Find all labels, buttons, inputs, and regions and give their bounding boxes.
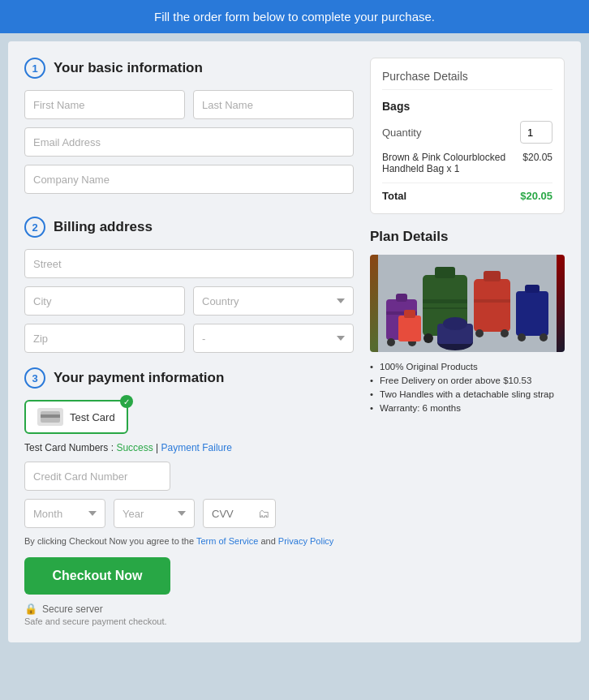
plan-bullets: 100% Original ProductsFree Delivery on o…: [370, 362, 565, 413]
qty-input[interactable]: [520, 121, 552, 144]
company-input[interactable]: [24, 165, 354, 194]
card-details-row: Month 010203 040506 070809 101112 Year 2…: [24, 499, 354, 528]
total-price: $20.05: [520, 190, 552, 202]
plan-bullet: Free Delivery on order above $10.53: [370, 376, 565, 385]
step1-circle: 1: [24, 58, 45, 79]
step2-circle: 2: [24, 217, 45, 238]
last-name-input[interactable]: [193, 90, 354, 119]
step3-title: Your payment information: [54, 370, 224, 386]
svg-point-10: [423, 333, 433, 343]
svg-point-20: [540, 333, 548, 341]
safe-text: Safe and secure payment checkout.: [24, 616, 354, 626]
state-select[interactable]: -: [193, 324, 354, 353]
purchase-box: Purchase Details Bags Quantity Brown & P…: [370, 58, 565, 214]
item-price: $20.05: [522, 152, 552, 174]
card-label: Test Card: [70, 411, 115, 423]
total-row: Total $20.05: [382, 183, 552, 202]
secure-label: Secure server: [42, 603, 103, 615]
step3-header: 3 Your payment information: [24, 367, 354, 389]
plan-bullet: Warranty: 6 months: [370, 403, 565, 413]
street-input[interactable]: [24, 249, 354, 278]
svg-rect-21: [398, 316, 421, 341]
cvv-card-icon: 🗂: [258, 507, 269, 520]
svg-rect-8: [423, 299, 467, 303]
item-name: Brown & Pink Colourblocked Handheld Bag …: [382, 152, 522, 174]
first-name-input[interactable]: [24, 90, 185, 119]
svg-point-16: [501, 329, 509, 337]
svg-rect-13: [484, 271, 501, 281]
month-select[interactable]: Month 010203 040506 070809 101112: [24, 499, 105, 528]
email-input[interactable]: [24, 127, 354, 157]
country-select[interactable]: Country: [193, 286, 354, 316]
plan-image: [370, 255, 565, 352]
purchase-box-title: Purchase Details: [382, 70, 552, 90]
secure-line: 🔒 Secure server: [24, 603, 354, 615]
lock-icon: 🔒: [24, 603, 37, 615]
privacy-link[interactable]: Privacy Policy: [278, 536, 333, 546]
svg-point-4: [387, 338, 395, 346]
test-card-line: Test Card Numbers : Success | Payment Fa…: [24, 442, 354, 453]
zip-state-row: -: [24, 324, 354, 353]
plan-bullet: 100% Original Products: [370, 362, 565, 371]
terms-line: By clicking Checkout Now you agree to th…: [24, 536, 354, 546]
svg-rect-2: [396, 294, 407, 302]
svg-point-25: [443, 317, 467, 330]
svg-rect-22: [404, 310, 415, 318]
plan-bullet: Two Handles with a detachable sling stra…: [370, 389, 565, 399]
step2-header: 2 Billing address: [24, 217, 354, 238]
name-row: [24, 90, 354, 119]
bags-title: Bags: [382, 100, 552, 113]
step1-title: Your basic information: [54, 60, 203, 76]
card-icon: [37, 408, 63, 426]
svg-rect-18: [525, 285, 540, 293]
total-label: Total: [382, 190, 406, 202]
svg-rect-9: [423, 307, 467, 309]
plan-section: Plan Details: [370, 229, 565, 413]
zip-input[interactable]: [24, 324, 185, 353]
svg-rect-7: [435, 267, 455, 278]
city-input[interactable]: [24, 286, 185, 316]
success-link[interactable]: Success: [116, 442, 153, 453]
qty-label: Quantity: [382, 127, 421, 139]
check-badge: ✓: [120, 395, 133, 408]
svg-rect-14: [474, 299, 510, 303]
svg-rect-12: [474, 279, 510, 332]
svg-point-15: [475, 329, 484, 337]
step2-title: Billing address: [54, 219, 153, 235]
svg-rect-17: [516, 291, 548, 336]
plan-title: Plan Details: [370, 229, 565, 245]
city-country-row: Country: [24, 286, 354, 316]
left-panel: 1 Your basic information 2 Billing addre…: [24, 58, 354, 626]
cvv-wrapper: 🗂: [203, 499, 276, 528]
right-panel: Purchase Details Bags Quantity Brown & P…: [370, 58, 565, 626]
test-card-option[interactable]: Test Card ✓: [24, 400, 128, 434]
checkout-button[interactable]: Checkout Now: [24, 557, 170, 595]
year-select[interactable]: Year 202420252026 202720282029: [114, 499, 195, 528]
svg-point-19: [518, 333, 526, 341]
item-row: Brown & Pink Colourblocked Handheld Bag …: [382, 152, 552, 174]
banner-text: Fill the order form below to complete yo…: [154, 10, 435, 24]
step3-circle: 3: [24, 367, 45, 389]
failure-link[interactable]: Payment Failure: [161, 442, 232, 453]
top-banner: Fill the order form below to complete yo…: [0, 0, 589, 33]
qty-row: Quantity: [382, 121, 552, 144]
tos-link[interactable]: Term of Service: [196, 536, 258, 546]
step1-header: 1 Your basic information: [24, 58, 354, 79]
credit-card-input[interactable]: [24, 462, 170, 491]
